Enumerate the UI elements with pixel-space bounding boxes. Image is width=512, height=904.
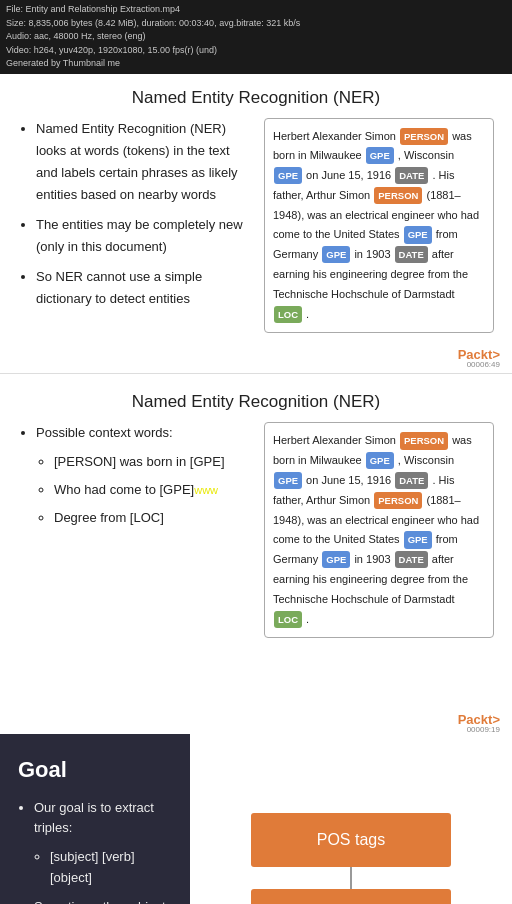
tag-gpe-8: GPE [322,551,350,568]
ner-example-box-1: Herbert Alexander Simon PERSON was born … [264,118,494,334]
tag-gpe-6: GPE [274,472,302,489]
packt-code-2: 00009:19 [0,725,512,734]
tag-loc-2: LOC [274,611,302,628]
ner-bullet-1: Named Entity Recognition (NER) looks at … [36,118,250,206]
tag-date-2: DATE [395,246,428,263]
ner-section-2: Possible context words: [PERSON] was bor… [0,422,512,648]
info-line-3: Audio: aac, 48000 Hz, stereo (eng) [6,30,506,44]
goal-left-panel: Goal Our goal is to extract triples: [su… [0,734,190,904]
tag-person-2: PERSON [374,187,422,204]
ner-text-col-1: Named Entity Recognition (NER) looks at … [18,118,250,319]
goal-sub-bullet-1: [subject] [verb] [object] [50,847,176,889]
tag-gpe-3: GPE [404,226,432,243]
context-bullet-3: Degree from [LOC] [54,507,250,529]
info-line-1: File: Entity and Relationship Extraction… [6,3,506,17]
ner-example-box-2: Herbert Alexander Simon PERSON was born … [264,422,494,638]
info-line-4: Video: h264, yuv420p, 1920x1080, 15.00 f… [6,44,506,58]
tag-date-1: DATE [395,167,428,184]
ner-title-2: Named Entity Recognition (NER) [0,378,512,422]
tag-gpe-1: GPE [366,147,394,164]
info-bar: File: Entity and Relationship Extraction… [0,0,512,74]
divider-1 [0,373,512,374]
tag-date-3: DATE [395,472,428,489]
packt-code-1: 00006:49 [0,360,512,369]
tag-gpe-4: GPE [322,246,350,263]
context-bullet-1: [PERSON] was born in [GPE] [54,451,250,473]
info-line-2: Size: 8,835,006 bytes (8.42 MiB), durati… [6,17,506,31]
tag-person-4: PERSON [374,492,422,509]
info-line-5: Generated by Thumbnail me [6,57,506,71]
goal-section: Goal Our goal is to extract triples: [su… [0,734,512,904]
ner-bullet-2: The entities may be completely new (only… [36,214,250,258]
goal-right-panel: POS tags Relationship extractor Triple s… [190,734,512,904]
tag-person-3: PERSON [400,432,448,449]
spacer-1 [0,648,512,708]
tag-person-1: PERSON [400,128,448,145]
ner-entity-text-2: Herbert Alexander Simon PERSON was born … [273,431,485,629]
ner-title-1: Named Entity Recognition (NER) [0,74,512,118]
ner-section-1: Named Entity Recognition (NER) looks at … [0,118,512,344]
www-watermark: www [194,484,218,496]
context-words-col: Possible context words: [PERSON] was bor… [18,422,250,534]
tag-gpe-2: GPE [274,167,302,184]
flow-box-pos: POS tags [251,813,451,867]
goal-bullet-2: Sometimes the subject or object will be … [34,897,176,904]
tag-gpe-5: GPE [366,452,394,469]
ner-entity-text-1: Herbert Alexander Simon PERSON was born … [273,127,485,325]
goal-bullet-1: Our goal is to extract triples: [34,798,176,840]
flow-box-extractor: Relationship extractor [251,889,451,904]
flow-connector-1 [350,867,352,889]
context-bullet-2: Who had come to [GPE]www [54,479,250,501]
context-label: Possible context words: [36,422,250,444]
tag-gpe-7: GPE [404,531,432,548]
tag-loc-1: LOC [274,306,302,323]
goal-title: Goal [18,752,176,787]
tag-date-4: DATE [395,551,428,568]
ner-bullet-3: So NER cannot use a simple dictionary to… [36,266,250,310]
